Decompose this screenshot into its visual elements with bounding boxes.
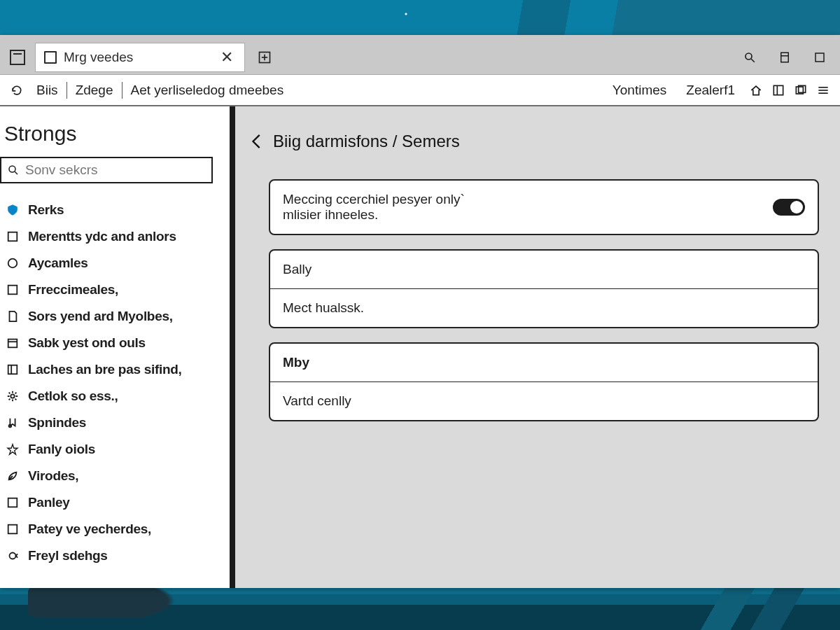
svg-point-3 <box>746 53 752 59</box>
calendar-icon <box>6 336 20 350</box>
svg-rect-7 <box>816 53 824 62</box>
square-icon <box>6 522 20 536</box>
sidebar-item[interactable]: Aycamles <box>0 251 230 276</box>
sidebar-item[interactable]: Virodes, <box>0 463 230 489</box>
toolbar-link-1[interactable]: Yontimes <box>603 83 676 98</box>
toggle-subtitle: mlisier ihneeles. <box>283 207 773 223</box>
sidebar-heading: Strongs <box>0 119 230 157</box>
svg-rect-27 <box>8 525 18 534</box>
svg-rect-17 <box>8 232 18 241</box>
toolbar-link-2[interactable]: Zealerf1 <box>676 83 745 98</box>
svg-rect-22 <box>8 365 18 374</box>
sidebar-item-label: Freyl sdehgs <box>28 548 108 564</box>
page-header: Biig darmisfons / Semers <box>246 132 819 151</box>
sidebar-item-label: Sabk yest ond ouls <box>28 335 146 351</box>
svg-point-24 <box>10 394 14 398</box>
tab-strip: Mrg veedes ✕ <box>0 35 840 74</box>
more-icon[interactable] <box>812 79 834 102</box>
sidebar-item[interactable]: Freyl sdehgs <box>0 543 230 568</box>
column-icon[interactable] <box>767 79 790 102</box>
search-button[interactable] <box>739 47 760 68</box>
sidebar-item[interactable]: Rerks <box>0 197 230 223</box>
sidebar-item-label: Cetlok so ess., <box>28 388 118 404</box>
panel-icon <box>6 363 20 377</box>
sidebar-item[interactable]: Panley <box>0 490 230 515</box>
svg-point-15 <box>9 166 15 172</box>
setting-card-list-2: Mby Vartd cenlly <box>269 342 819 421</box>
sidebar-item[interactable]: Spnindes <box>0 410 230 435</box>
sidebar-item-label: Spnindes <box>28 415 86 430</box>
svg-rect-26 <box>8 498 18 507</box>
window-button[interactable] <box>809 47 830 68</box>
sidebar-item[interactable]: Frreccimeales, <box>0 277 230 302</box>
page-title: Biig darmisfons / Semers <box>273 132 460 151</box>
list-row-head[interactable]: Mby <box>270 344 818 382</box>
note-icon <box>6 416 20 430</box>
sidebar-item[interactable]: Sabk yest ond ouls <box>0 330 230 356</box>
new-tab-button[interactable] <box>251 43 279 72</box>
circle-icon <box>6 256 20 270</box>
content-pane: Biig darmisfons / Semers Meccing ccerchi… <box>235 106 840 588</box>
app-menu-icon[interactable] <box>10 50 25 65</box>
page-icon <box>44 51 57 64</box>
sidebar-search-input[interactable] <box>25 162 206 178</box>
sidebar-item[interactable]: Cetlok so ess., <box>0 384 230 409</box>
sidebar-item[interactable]: Merentts ydc and anlors <box>0 224 230 249</box>
page-icon <box>6 309 20 323</box>
breadcrumb-2[interactable]: Zdege <box>67 79 122 102</box>
sidebar-item-label: Virodes, <box>28 468 78 484</box>
sidebar-item-label: Patey ve yecherdes, <box>28 522 151 537</box>
settings-sidebar: Strongs RerksMerentts ydc and anlorsAyca… <box>0 106 235 588</box>
setting-card-toggle: Meccing ccerchiel pesyer only` mlisier i… <box>269 179 819 235</box>
svg-rect-19 <box>8 286 18 295</box>
svg-rect-5 <box>781 52 789 62</box>
sidebar-item[interactable]: Patey ve yecherdes, <box>0 517 230 542</box>
square-icon <box>6 283 20 297</box>
list-row[interactable]: Bally <box>270 251 818 288</box>
browser-window: Mrg veedes ✕ Biis Zdege Aet yerliseledog… <box>0 35 840 588</box>
toggle-switch[interactable] <box>773 199 805 216</box>
shield-icon <box>6 203 20 217</box>
home-icon[interactable] <box>745 79 767 102</box>
sidebar-search[interactable] <box>0 157 213 183</box>
sidebar-item-label: Aycamles <box>28 255 88 271</box>
sidebar-item[interactable]: Sors yend ard Myolbes, <box>0 304 230 329</box>
list-row[interactable]: Vartd cenlly <box>270 382 818 420</box>
back-button[interactable] <box>249 132 265 150</box>
leaf-icon <box>6 469 20 483</box>
sidebar-item-label: Merentts ydc and anlors <box>28 229 176 244</box>
sidebar-item[interactable]: Laches an bre pas sifind, <box>0 357 230 382</box>
breadcrumb-3[interactable]: Aet yerliseledog dmeebes <box>122 79 293 102</box>
layers-icon[interactable] <box>790 79 812 102</box>
toolbar: Biis Zdege Aet yerliseledog dmeebes Yont… <box>0 74 840 106</box>
sidebar-item-label: Panley <box>28 495 69 510</box>
gear-icon <box>6 389 20 403</box>
sidebar-item-label: Laches an bre pas sifind, <box>28 362 182 377</box>
sidebar-item-label: Rerks <box>28 202 64 218</box>
search-icon <box>7 164 20 176</box>
svg-line-4 <box>751 59 755 62</box>
square-icon <box>6 230 20 244</box>
sidebar-item[interactable]: Fanly oiols <box>0 437 230 462</box>
setting-card-list-1: Bally Mect hualssk. <box>269 249 819 328</box>
sidebar-item-label: Frreccimeales, <box>28 282 118 298</box>
svg-line-16 <box>15 172 18 174</box>
star-icon <box>6 442 20 456</box>
tab-close-button[interactable]: ✕ <box>216 46 237 69</box>
sidebar-item-label: Sors yend ard Myolbes, <box>28 309 173 324</box>
panel-button[interactable] <box>774 47 795 68</box>
svg-point-18 <box>8 259 18 268</box>
browser-tab[interactable]: Mrg veedes ✕ <box>35 43 245 72</box>
sidebar-nav: RerksMerentts ydc and anlorsAycamlesFrre… <box>0 190 230 568</box>
square-icon <box>6 496 20 510</box>
loop-icon <box>6 549 20 563</box>
reload-button[interactable] <box>6 79 28 102</box>
tab-title: Mrg veedes <box>64 50 133 65</box>
list-row[interactable]: Mect hualssk. <box>270 288 818 327</box>
sidebar-item-label: Fanly oiols <box>28 442 95 457</box>
toggle-title: Meccing ccerchiel pesyer only` <box>283 192 773 207</box>
svg-rect-20 <box>8 340 18 348</box>
breadcrumb-1[interactable]: Biis <box>28 79 66 102</box>
taskbar <box>0 588 840 630</box>
svg-rect-8 <box>774 85 783 94</box>
